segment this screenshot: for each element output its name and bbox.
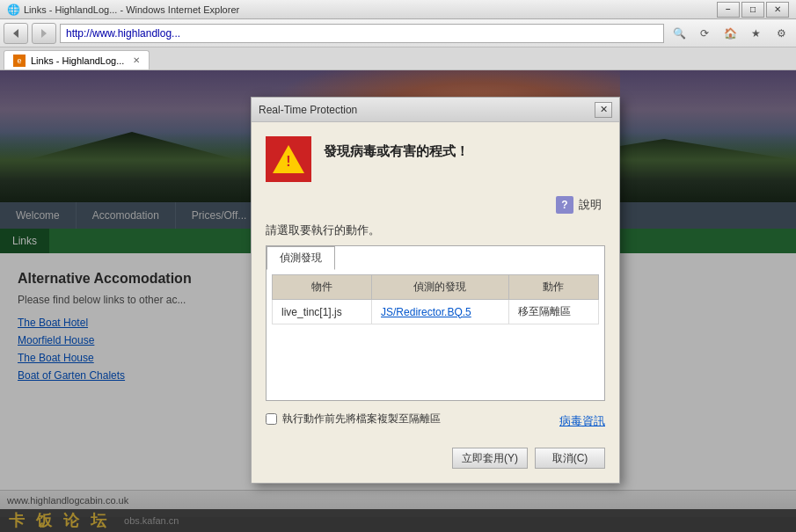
search-button[interactable]: 🔍 — [668, 23, 690, 44]
address-bar[interactable]: http://www.highlandlog... — [60, 24, 664, 43]
checkbox-label: 執行動作前先將檔案複製至隔離區 — [282, 412, 441, 426]
browser-window: 🌐 Links - HighlandLog... - Windows Inter… — [0, 0, 796, 532]
apply-button[interactable]: 立即套用(Y) — [452, 448, 528, 469]
home-button[interactable]: 🏠 — [719, 23, 741, 44]
realtime-protection-dialog: Real-Time Protection ✕ ! 發現病毒或有害的程式！ — [251, 97, 620, 484]
help-label: 說明 — [579, 197, 602, 213]
virus-info-link[interactable]: 病毒資訊 — [559, 413, 605, 429]
warning-exclamation: ! — [286, 154, 290, 170]
title-bar-left: 🌐 Links - HighlandLog... - Windows Inter… — [7, 4, 239, 16]
dialog-title-bar: Real-Time Protection ✕ — [252, 98, 619, 122]
detection-cell: JS/Redirector.BQ.5 — [372, 300, 509, 324]
back-button[interactable] — [4, 23, 28, 44]
address-text: http://www.highlandlog... — [66, 27, 180, 40]
favorites-button[interactable]: ★ — [744, 23, 767, 44]
copy-checkbox[interactable] — [266, 413, 277, 425]
dialog-body: ! 發現病毒或有害的程式！ ? 說明 請選取要執行的動作。 偵測發現 — [252, 122, 619, 483]
forward-button[interactable] — [32, 23, 56, 44]
detection-table-container: 物件 偵測的發現 動作 live_tinc[1].js JS/Redirecto… — [267, 269, 604, 400]
table-row: live_tinc[1].js JS/Redirector.BQ.5 移至隔離區 — [273, 300, 599, 324]
action-cell: 移至隔離區 — [508, 300, 598, 324]
web-content: Welcome Accomodation Prices/Off... Links… — [0, 70, 796, 532]
detection-tab-panel: 偵測發現 物件 偵測的發現 動作 — [266, 245, 605, 401]
active-tab[interactable]: e Links - HighlandLog... ✕ — [4, 50, 150, 69]
table-empty-area — [272, 324, 599, 395]
file-cell: live_tinc[1].js — [273, 300, 372, 324]
col-header-action: 動作 — [508, 275, 598, 300]
checkbox-row: 執行動作前先將檔案複製至隔離區 — [266, 412, 441, 426]
close-tab-button[interactable]: ✕ — [133, 55, 140, 65]
warning-section: ! 發現病毒或有害的程式！ — [266, 136, 605, 182]
svg-marker-1 — [41, 29, 47, 38]
bottom-row: 執行動作前先將檔案複製至隔離區 病毒資訊 — [266, 401, 605, 441]
tab-label: Links - HighlandLog... — [31, 55, 124, 66]
detection-link[interactable]: JS/Redirector.BQ.5 — [381, 306, 471, 318]
tools-button[interactable]: ⚙ — [770, 23, 792, 44]
title-bar-controls: − □ ✕ — [717, 2, 789, 18]
help-icon: ? — [556, 196, 573, 214]
tab-favicon: e — [13, 55, 26, 67]
col-header-file: 物件 — [273, 275, 372, 300]
col-header-detection: 偵測的發現 — [372, 275, 509, 300]
browser-close-button[interactable]: ✕ — [766, 2, 789, 18]
tab-panel-header: 偵測發現 — [267, 246, 604, 269]
minimize-button[interactable]: − — [717, 2, 740, 18]
browser-title-icon: 🌐 — [7, 4, 20, 16]
dialog-buttons: 立即套用(Y) 取消(C) — [266, 448, 605, 469]
svg-marker-0 — [13, 29, 18, 38]
detection-tab[interactable]: 偵測發現 — [267, 246, 335, 270]
refresh-button[interactable]: ⟳ — [693, 23, 716, 44]
nav-bar: http://www.highlandlog... 🔍 ⟳ 🏠 ★ ⚙ — [0, 19, 796, 47]
warning-message: 發現病毒或有害的程式！ — [324, 136, 469, 160]
title-bar: 🌐 Links - HighlandLog... - Windows Inter… — [0, 0, 796, 19]
nav-right-buttons: 🔍 ⟳ 🏠 ★ ⚙ — [668, 23, 792, 44]
detection-table: 物件 偵測的發現 動作 live_tinc[1].js JS/Redirecto… — [272, 274, 599, 324]
restore-button[interactable]: □ — [741, 2, 764, 18]
action-prompt: 請選取要執行的動作。 — [266, 222, 605, 238]
warning-icon: ! — [266, 136, 311, 182]
dialog-title: Real-Time Protection — [259, 104, 357, 116]
browser-title-text: Links - HighlandLog... - Windows Interne… — [24, 4, 239, 15]
cancel-button[interactable]: 取消(C) — [535, 448, 605, 469]
help-row: ? 說明 — [266, 196, 605, 214]
tab-bar: e Links - HighlandLog... ✕ — [0, 47, 796, 70]
dialog-close-button[interactable]: ✕ — [595, 102, 612, 118]
